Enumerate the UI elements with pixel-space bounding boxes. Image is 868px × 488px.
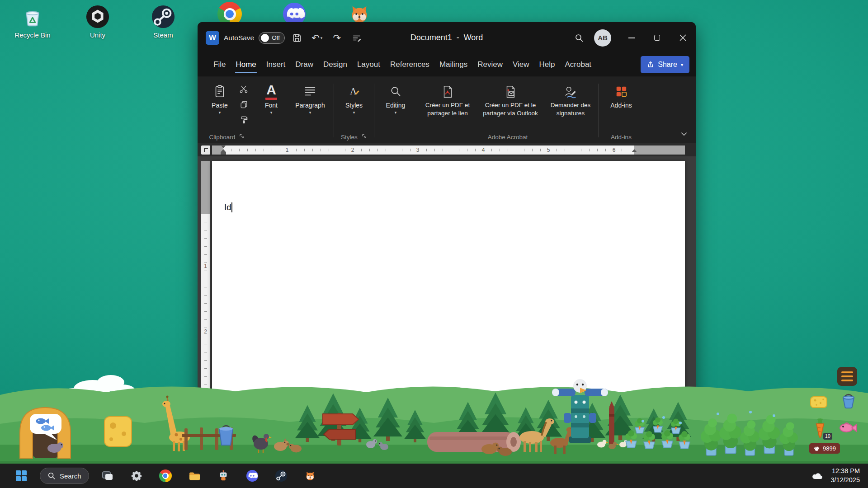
tab-references[interactable]: References	[385, 53, 434, 76]
create-pdf-share-link-button[interactable]: Créer un PDF et partager le lien	[419, 79, 476, 117]
chevron-down-icon: ▾	[270, 110, 273, 115]
save-button[interactable]	[289, 30, 305, 46]
format-painter-icon	[240, 116, 248, 124]
left-indent-marker[interactable]	[221, 152, 226, 155]
ribbon-tabs: File Home Insert Draw Design Layout Refe…	[198, 53, 696, 76]
fence	[182, 427, 236, 450]
share-button[interactable]: Share ▾	[641, 56, 689, 73]
sponge-icon	[810, 394, 828, 409]
copy-button[interactable]	[237, 98, 250, 111]
paragraph-icon	[304, 82, 316, 101]
tab-acrobat[interactable]: Acrobat	[560, 53, 597, 76]
autosave-toggle[interactable]: Off	[259, 32, 285, 44]
app-icon-fox[interactable]	[300, 465, 321, 486]
redo-button[interactable]: ↷	[329, 30, 344, 46]
font-group-button[interactable]: A Font ▾	[254, 79, 288, 115]
chevron-down-icon: ▾	[395, 110, 397, 115]
maximize-button[interactable]	[644, 22, 670, 53]
font-label: Font	[265, 102, 278, 109]
ruler-number: 1	[283, 147, 291, 153]
undo-button[interactable]: ↶▾	[309, 30, 325, 46]
document-page[interactable]: Id	[212, 161, 685, 397]
collapse-ribbon-button[interactable]	[679, 129, 689, 138]
fish-item-button[interactable]	[837, 420, 858, 435]
app-icon-discord[interactable]	[242, 465, 263, 486]
ruler-number: 1	[201, 263, 210, 269]
group-divider	[417, 84, 417, 137]
desktop-icon-recycle-bin[interactable]: Recycle Bin	[13, 5, 52, 39]
paste-button[interactable]: Paste ▾	[204, 79, 236, 115]
weather-tray-icon[interactable]	[810, 465, 825, 486]
share-icon	[647, 61, 654, 68]
styles-group-button[interactable]: A Styles ▾	[336, 79, 372, 115]
right-indent-marker[interactable]	[632, 149, 637, 152]
bucket-item-button[interactable]	[839, 391, 858, 410]
cut-button[interactable]	[237, 83, 250, 95]
addins-group-label: Add-ins	[611, 134, 632, 141]
account-avatar[interactable]: AB	[594, 29, 611, 47]
carrot-item-button[interactable]: 10	[811, 418, 830, 439]
carrot-bushes	[701, 413, 798, 455]
customize-quick-access-button[interactable]	[349, 30, 364, 46]
pdf-outlook-icon	[504, 84, 517, 100]
app-icon-file-explorer[interactable]	[184, 465, 205, 486]
acrobat-group-label: Adobe Acrobat	[488, 134, 528, 141]
taskbar-search[interactable]: Search	[40, 468, 89, 484]
create-pdf-outlook-button[interactable]: Créer un PDF et le partager via Outlook	[476, 79, 545, 117]
create-pdf-outlook-label: Créer un PDF et le partager via Outlook	[476, 101, 545, 117]
sponge-item-button[interactable]	[809, 394, 828, 410]
app-icon-chrome[interactable]	[155, 465, 176, 486]
styles-icon: A	[348, 82, 360, 101]
tab-insert[interactable]: Insert	[261, 53, 291, 76]
minimize-button[interactable]	[618, 22, 644, 53]
request-signatures-button[interactable]: Demander des signatures	[545, 79, 596, 117]
game-menu-button[interactable]	[837, 367, 857, 386]
search-button[interactable]	[571, 30, 587, 46]
steam-icon	[151, 5, 175, 29]
taskbar-clock[interactable]: 12:38 PM 3/12/2025	[830, 467, 860, 484]
styles-dialog-launcher[interactable]	[361, 133, 367, 141]
pdf-link-icon	[441, 84, 454, 100]
tab-view[interactable]: View	[508, 53, 534, 76]
tab-selector[interactable]	[201, 145, 210, 155]
editing-group-button[interactable]: Editing ▾	[376, 79, 415, 115]
close-button[interactable]	[670, 22, 696, 53]
tab-file[interactable]: File	[208, 53, 231, 76]
tab-home[interactable]: Home	[231, 53, 261, 76]
app-icon-robot-game[interactable]	[213, 465, 234, 486]
adobe-acrobat-group: Créer un PDF et partager le lien Créer u…	[419, 79, 596, 143]
paragraph-label: Paragraph	[295, 102, 325, 109]
hanging-indent-marker[interactable]	[221, 149, 226, 152]
paw-icon	[813, 445, 820, 452]
ruler-bar: 1 2 3 4 5 6	[198, 143, 696, 156]
editing-group: Editing ▾	[376, 79, 415, 143]
app-icon-steam[interactable]	[271, 465, 292, 486]
tab-design[interactable]: Design	[318, 53, 352, 76]
tab-help[interactable]: Help	[534, 53, 560, 76]
ruler-number: 5	[545, 147, 552, 153]
turkey	[251, 434, 272, 453]
app-icon-task-view[interactable]	[97, 465, 118, 486]
tab-mailings[interactable]: Mailings	[434, 53, 472, 76]
clipboard-group: Paste ▾	[204, 79, 250, 143]
group-divider	[374, 84, 374, 137]
word-titlebar: W AutoSave Off ↶▾ ↷	[198, 22, 696, 53]
paragraph-group-button[interactable]: Paragraph ▾	[288, 79, 332, 115]
tab-layout[interactable]: Layout	[352, 53, 385, 76]
tab-review[interactable]: Review	[472, 53, 508, 76]
start-button[interactable]	[11, 465, 32, 486]
addins-button[interactable]: Add-ins	[600, 79, 642, 109]
tab-draw[interactable]: Draw	[290, 53, 318, 76]
format-painter-button[interactable]	[237, 113, 250, 126]
desktop-icon-label: Steam	[153, 31, 173, 39]
ruler-number: 6	[610, 147, 618, 153]
editing-icon	[390, 82, 401, 101]
first-line-indent-marker[interactable]	[221, 145, 226, 148]
clipboard-dialog-launcher[interactable]	[239, 133, 245, 141]
editing-label: Editing	[386, 102, 406, 109]
desktop-icon-unity[interactable]: Unity	[78, 5, 118, 39]
search-label: Search	[60, 472, 81, 480]
desktop-icon-steam[interactable]: Steam	[143, 5, 183, 39]
app-icon-settings[interactable]	[126, 465, 147, 486]
word-app-icon[interactable]: W	[206, 31, 219, 45]
